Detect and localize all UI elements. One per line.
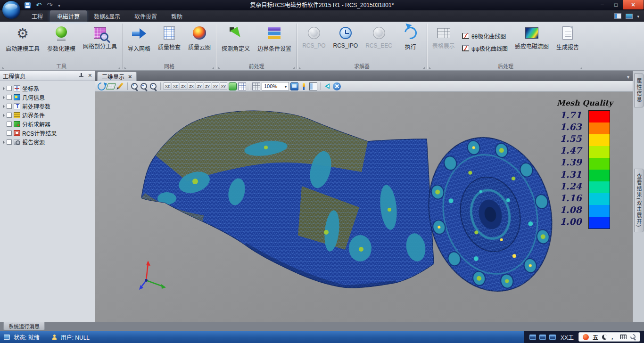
zoom-level-select[interactable]: 100%	[262, 82, 289, 90]
boundary-condition-button[interactable]: 边界条件设置	[254, 23, 295, 62]
mesh-partition-tool-button[interactable]: 网格剖分工具	[79, 23, 121, 62]
zoom-fit-icon[interactable]	[149, 82, 157, 90]
import-mesh-button[interactable]: 导入网格	[124, 23, 154, 62]
panel-close-icon[interactable]	[88, 73, 92, 79]
ime-settings-icon[interactable]	[630, 334, 636, 340]
tray-window-icon[interactable]	[539, 335, 546, 340]
quality-cloud-button[interactable]: 质量云图	[184, 23, 215, 62]
visibility-checkbox[interactable]	[7, 139, 12, 145]
app-logo-icon[interactable]	[2, 1, 20, 19]
zoom-caret-icon	[285, 83, 287, 89]
close-button[interactable]: ×	[623, 0, 644, 9]
theta-polarization-curve-button[interactable]: θθ极化曲线图	[462, 32, 508, 40]
tree-item-rcs-result[interactable]: RCS计算结果	[2, 129, 95, 138]
view-zx-neg-button[interactable]: Z̄X	[188, 82, 195, 90]
rotate-view-icon[interactable]	[96, 81, 107, 92]
menu-tab-em-calculation[interactable]: 电磁计算	[50, 10, 87, 22]
light-icon[interactable]	[300, 82, 308, 90]
visibility-checkbox[interactable]	[7, 95, 12, 100]
legend-color-segment	[589, 134, 610, 146]
edit-view-icon[interactable]	[116, 82, 124, 90]
view-zx-button[interactable]: ZX	[180, 82, 187, 90]
view-xz-neg-button[interactable]: X̄Z	[172, 82, 179, 90]
menu-tab-help[interactable]: 帮助	[164, 10, 190, 22]
right-tab-view-results[interactable]: 查看结果(双击展开)	[634, 169, 644, 232]
tree-item-analysis-solver[interactable]: 分析求解器	[2, 120, 95, 129]
ime-keyboard-icon[interactable]	[620, 335, 627, 339]
expander-icon[interactable]	[3, 114, 5, 117]
wireframe-mode-icon[interactable]	[238, 82, 246, 90]
table-display-button[interactable]: 表格展示	[429, 23, 459, 62]
induced-current-map-button[interactable]: 感应电磁流图	[511, 23, 553, 62]
redo-icon[interactable]	[47, 1, 53, 9]
tree-item-report-resource[interactable]: 报告资源	[2, 138, 95, 147]
tab-close-icon[interactable]	[128, 73, 132, 80]
expander-icon[interactable]	[3, 96, 5, 99]
visibility-checkbox[interactable]	[7, 104, 12, 109]
expander-icon[interactable]	[3, 87, 5, 90]
view-xy-button[interactable]: XY	[212, 82, 219, 90]
ime-punctuation-icon[interactable]	[611, 333, 616, 341]
camera-view-icon[interactable]	[290, 82, 298, 90]
psi-polarization-curve-button[interactable]: ψψ极化曲线图	[462, 44, 508, 52]
system-messages-tab[interactable]: 系统运行消息	[3, 322, 45, 330]
view-zy-button[interactable]: ZY	[196, 82, 203, 90]
pan-plane-icon[interactable]	[106, 83, 116, 89]
menu-tab-data-display[interactable]: 数据&显示	[87, 10, 127, 22]
panel-toggle-icon[interactable]	[614, 13, 621, 19]
maximize-button[interactable]: □	[609, 0, 623, 9]
rcs-ipo-button[interactable]: RCS_IPO	[329, 23, 362, 62]
visibility-checkbox[interactable]	[7, 131, 12, 136]
pin-icon[interactable]	[79, 73, 84, 79]
probe-angle-define-button[interactable]: 探测角定义	[218, 23, 254, 62]
layout-icon[interactable]	[309, 82, 317, 90]
tabbar-dropdown-icon[interactable]	[627, 74, 629, 80]
parametric-modeling-button[interactable]: 参数化建模	[43, 23, 79, 62]
quality-check-icon	[164, 26, 175, 40]
menu-tab-project[interactable]: 工程	[25, 10, 50, 22]
tree-item-coordinate-system[interactable]: 坐标系	[2, 84, 95, 93]
menu-dropdown-icon[interactable]	[637, 13, 639, 19]
undo-icon[interactable]	[36, 1, 42, 9]
grid-toggle-icon[interactable]	[252, 82, 260, 90]
tab-3d-display[interactable]: 三维显示	[97, 72, 137, 81]
launch-modeling-tool-button[interactable]: 启动建模工具	[2, 23, 43, 62]
ime-mode-label[interactable]: 五	[593, 333, 598, 341]
rcs-eec-button[interactable]: RCS_EEC	[362, 23, 396, 62]
save-icon[interactable]	[25, 2, 31, 8]
expander-icon[interactable]	[3, 105, 5, 108]
tree-item-geometry-info[interactable]: 几何信息	[2, 93, 95, 102]
shaded-mode-icon[interactable]	[229, 82, 237, 90]
visibility-checkbox[interactable]	[7, 122, 12, 127]
tray-window-icon[interactable]	[549, 335, 556, 340]
zoom-out-icon[interactable]	[140, 82, 148, 90]
display-settings-icon[interactable]	[626, 14, 633, 19]
ime-logo-icon[interactable]	[583, 334, 589, 340]
legend-color-segment	[589, 146, 610, 158]
generate-report-button[interactable]: 生成报告	[553, 23, 583, 62]
menu-tab-software-settings[interactable]: 软件设置	[127, 10, 164, 22]
clear-view-icon[interactable]	[333, 82, 341, 90]
zoom-in-icon[interactable]	[131, 82, 139, 90]
expander-icon[interactable]	[3, 140, 5, 144]
visibility-checkbox[interactable]	[7, 86, 12, 91]
execute-button[interactable]: 执行	[396, 23, 425, 62]
project-tree: 坐标系 几何信息 前处理参数	[0, 81, 95, 147]
view-zy-neg-button[interactable]: Z̄Y	[204, 82, 211, 90]
tree-item-label: 几何信息	[22, 93, 45, 101]
right-tab-property-info[interactable]: 属性信息	[634, 74, 644, 107]
rcs-po-button[interactable]: RCS_PO	[298, 23, 329, 62]
flip-view-icon[interactable]	[323, 82, 331, 90]
model-cylinder-face	[413, 124, 568, 304]
minimize-button[interactable]: –	[595, 0, 609, 9]
ime-moon-icon[interactable]	[602, 335, 607, 340]
visibility-checkbox[interactable]	[7, 113, 12, 118]
qat-dropdown-icon[interactable]	[58, 2, 60, 8]
tree-item-preprocess-params[interactable]: 前处理参数	[2, 102, 95, 111]
viewport-3d[interactable]: Mesh Quality 1.711.631.551.471.391.311.2…	[95, 92, 633, 322]
tray-window-icon[interactable]	[529, 335, 536, 340]
tree-item-boundary-condition[interactable]: 边界条件	[2, 111, 95, 120]
view-xz-button[interactable]: XZ	[164, 82, 171, 90]
quality-check-button[interactable]: 质量检查	[154, 23, 184, 62]
view-xy-neg-button[interactable]: X̄Y	[220, 82, 227, 90]
